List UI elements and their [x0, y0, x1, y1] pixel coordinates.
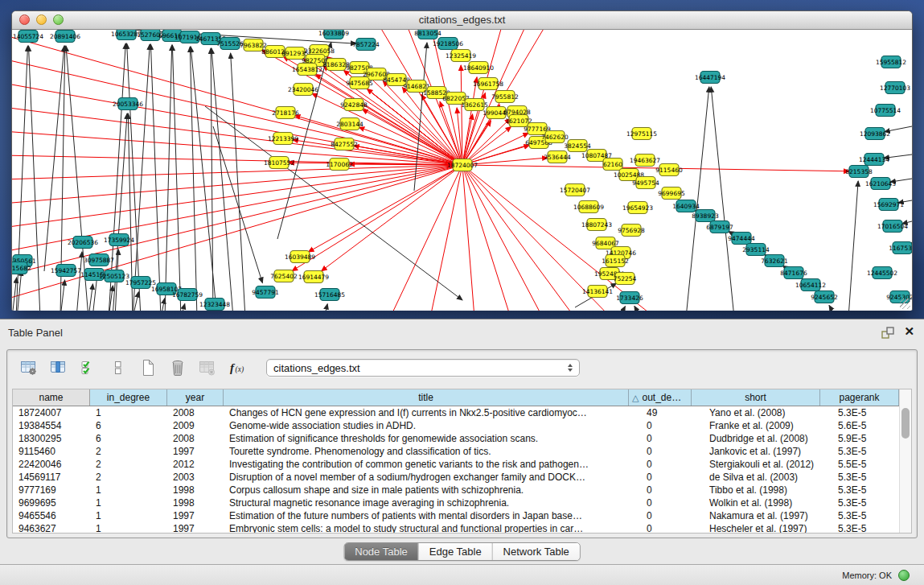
graph-node[interactable]: 16914479	[298, 271, 329, 283]
table-row[interactable]: 1830029562008Estimation of significance …	[13, 432, 911, 445]
tab-edge-table[interactable]: Edge Table	[419, 543, 493, 560]
graph-node[interactable]: 1115682	[12, 262, 31, 274]
graph-node[interactable]: 19218506	[433, 38, 463, 50]
graph-node[interactable]: 16039489	[285, 251, 315, 263]
table-row[interactable]: 2242004622012Investigating the contribut…	[13, 458, 911, 471]
vertical-scrollbar[interactable]	[899, 389, 911, 533]
graph-node[interactable]: 1733426	[616, 292, 643, 304]
column-header-year[interactable]: year	[167, 389, 224, 406]
graph-node[interactable]: 12445502	[867, 267, 897, 279]
graph-node[interactable]: 17359924	[104, 234, 134, 246]
graph-node[interactable]: 1640934	[672, 200, 700, 212]
network-canvas[interactable]: 1405572420891406106532871527602696616310…	[12, 30, 912, 311]
graph-node[interactable]: 15942757	[51, 265, 81, 277]
column-header-short[interactable]: short	[692, 389, 820, 406]
new-column-icon[interactable]	[138, 357, 158, 378]
graph-node[interactable]: 16543812	[292, 64, 322, 76]
graph-node[interactable]: 9474444	[728, 233, 755, 245]
table-selector[interactable]: citations_edges.txt	[266, 359, 580, 377]
table-row[interactable]: 1456911722003Disruption of a novel membe…	[13, 471, 911, 484]
graph-node[interactable]: 20206536	[68, 237, 98, 249]
scrollbar-thumb[interactable]	[901, 408, 910, 439]
graph-node[interactable]: 15716485	[314, 289, 345, 301]
graph-node[interactable]: 3824554	[564, 140, 591, 152]
graph-node[interactable]: 15720407	[560, 184, 590, 196]
float-panel-icon[interactable]	[881, 326, 895, 340]
graph-node[interactable]: 18107552	[264, 157, 294, 169]
show-columns-icon[interactable]	[48, 357, 69, 378]
close-panel-icon[interactable]: ✕	[904, 324, 914, 339]
table-row[interactable]: 977716911998Corpus callosum shape and si…	[13, 484, 911, 496]
graph-node[interactable]: 10654112	[795, 279, 826, 291]
delete-column-icon[interactable]	[167, 357, 188, 378]
graph-node[interactable]: 12323448	[199, 299, 230, 311]
function-builder-icon[interactable]: f(x)	[227, 357, 248, 378]
graph-node[interactable]: 23420046	[288, 84, 318, 96]
graph-node[interactable]: 16033809	[318, 30, 349, 39]
window-resize-grip[interactable]	[900, 299, 910, 309]
graph-node[interactable]: 2935114	[742, 244, 770, 256]
graph-node[interactable]: 7955812	[491, 91, 519, 103]
graph-node[interactable]: 12444134	[859, 154, 889, 166]
graph-node[interactable]: 9495754	[632, 177, 659, 189]
graph-node[interactable]: 9457791	[252, 286, 279, 299]
graph-node[interactable]: 19654923	[622, 202, 653, 214]
graph-node[interactable]: 12325419	[446, 50, 476, 62]
graph-node[interactable]: 30975887	[84, 254, 114, 266]
table-row[interactable]: 1872400712008Changes of HCN gene express…	[13, 406, 911, 419]
window-titlebar[interactable]: citations_edges.txt	[12, 11, 912, 30]
graph-node[interactable]: 15955812	[876, 56, 906, 68]
tab-network-table[interactable]: Network Table	[493, 543, 580, 560]
table-mode-icon[interactable]	[18, 357, 39, 378]
graph-node[interactable]: 14136141	[582, 286, 613, 298]
graph-node[interactable]: 20891406	[50, 31, 80, 43]
column-header-outde[interactable]: △out_de…	[629, 389, 692, 406]
graph-node[interactable]: 10688609	[573, 201, 604, 213]
table-row[interactable]: 969969511998Structural magnetic resonanc…	[13, 496, 911, 509]
clear-selection-icon[interactable]	[108, 357, 129, 378]
graph-node[interactable]: 9756928	[618, 225, 645, 237]
graph-node[interactable]: 12770103	[880, 82, 910, 94]
tab-node-table[interactable]: Node Table	[344, 543, 419, 560]
graph-node[interactable]: 9245652	[811, 291, 838, 303]
graph-node[interactable]: 2803144	[336, 118, 363, 130]
graph-node[interactable]: 16447194	[695, 72, 725, 84]
graph-node[interactable]: 18724007	[447, 159, 478, 171]
column-header-indegree[interactable]: in_degree	[90, 389, 167, 406]
graph-node[interactable]: 9475685	[346, 77, 373, 89]
graph-node[interactable]: 1167534	[889, 242, 912, 254]
graph-node[interactable]: 1170062	[326, 159, 353, 171]
graph-node[interactable]: 19463627	[630, 154, 660, 167]
table-row[interactable]: 946554611997Estimation of the future num…	[13, 509, 911, 522]
graph-node[interactable]: 14055724	[13, 31, 43, 43]
graph-node[interactable]: 20053346	[113, 98, 143, 110]
table-row[interactable]: 911546021997Tourette syndrome. Phenomeno…	[13, 445, 911, 458]
graph-node[interactable]: 2718176	[272, 107, 299, 119]
select-all-rows-icon[interactable]	[78, 357, 99, 378]
column-header-name[interactable]: name	[13, 389, 90, 406]
graph-node[interactable]: 12093862	[860, 128, 890, 140]
graph-node[interactable]: 8471676	[780, 267, 807, 279]
graph-node[interactable]: 15692971	[873, 199, 904, 211]
graph-node[interactable]: 2536444	[544, 151, 571, 163]
graph-node[interactable]: 12213399	[268, 133, 298, 145]
graph-node[interactable]: 18807243	[581, 219, 612, 231]
graph-node[interactable]: 18640910	[463, 62, 494, 74]
graph-node[interactable]: 9242848	[340, 99, 368, 111]
graph-node[interactable]: 7632621	[761, 255, 788, 267]
column-header-title[interactable]: title	[224, 389, 629, 406]
graph-node[interactable]: 9115460	[655, 164, 683, 176]
graph-node[interactable]: 62160	[603, 159, 622, 171]
graph-node[interactable]: 10775514	[870, 105, 901, 117]
graph-node[interactable]: 16782759	[172, 289, 203, 301]
graph-node[interactable]: 17016504	[877, 220, 908, 233]
graph-node[interactable]: 8427552	[331, 138, 358, 150]
graph-node[interactable]: 1615152	[602, 255, 629, 267]
graph-node[interactable]: 7462620	[541, 131, 569, 143]
graph-node[interactable]: 16210643	[865, 178, 896, 190]
graph-node[interactable]: 9699695	[658, 187, 685, 200]
column-header-pagerank[interactable]: pagerank	[820, 389, 899, 406]
graph-node[interactable]: 8938923	[692, 210, 719, 222]
graph-node[interactable]: 8813054	[414, 30, 441, 39]
table-row[interactable]: 1938455462009Genome-wide association stu…	[13, 419, 911, 432]
